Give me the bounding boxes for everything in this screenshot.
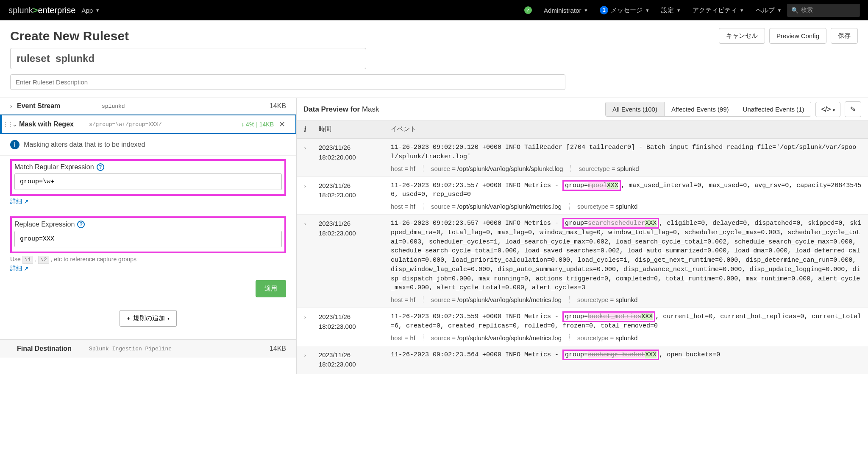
event-table-body: ›2023/11/2618:02:20.00011-26-2023 09:02:…	[297, 139, 868, 374]
admin-menu[interactable]: Administrator▼	[538, 7, 594, 14]
event-time: 2023/11/2618:02:23.000	[314, 312, 386, 341]
expand-event-chevron[interactable]: ›	[297, 143, 314, 172]
replace-expression-input[interactable]	[14, 231, 282, 247]
status-ok-icon: ✓	[518, 6, 538, 14]
event-row: ›2023/11/2618:02:23.00011-26-2023 09:02:…	[297, 215, 868, 308]
event-meta: host = hfsource = /opt/splunk/var/log/sp…	[391, 296, 863, 303]
event-stream-row[interactable]: › Event Stream splunkd 14KB	[0, 98, 296, 115]
event-time: 2023/11/2618:02:23.000	[314, 181, 386, 210]
event-row: ›2023/11/2618:02:23.00011-26-2023 09:02:…	[297, 308, 868, 346]
event-body: 11-26-2023 09:02:20.120 +0000 INFO TailR…	[386, 143, 868, 172]
edit-button[interactable]: ✎	[845, 101, 861, 117]
pencil-icon: ✎	[850, 106, 856, 113]
event-raw: 11-26-2023 09:02:20.120 +0000 INFO TailR…	[391, 143, 863, 162]
info-column-header[interactable]: i	[297, 121, 314, 138]
tab-unaffected-events[interactable]: Unaffected Events (1)	[736, 102, 811, 116]
details-link[interactable]: 詳細 ↗	[10, 198, 29, 205]
search-icon: 🔍	[791, 7, 798, 14]
replace-expression-label: Replace Expression ?	[14, 221, 282, 228]
tab-affected-events[interactable]: Affected Events (99)	[665, 102, 736, 116]
activity-menu[interactable]: アクティビティ▼	[687, 6, 750, 14]
replace-expression-section: Replace Expression ?	[10, 216, 286, 253]
code-view-button[interactable]: </> ▾	[815, 102, 840, 117]
event-meta: host = hfsource = /opt/splunk/var/log/sp…	[391, 165, 863, 172]
ruleset-description-input[interactable]	[10, 74, 565, 90]
event-raw: 11-26-2023 09:02:23.557 +0000 INFO Metri…	[391, 219, 863, 293]
expand-event-chevron[interactable]: ›	[297, 312, 314, 341]
preview-config-button[interactable]: Preview Config	[769, 28, 826, 44]
messages-menu[interactable]: 1メッセージ▼	[594, 6, 655, 14]
details-link[interactable]: 詳細 ↗	[10, 265, 29, 272]
replace-hint: Use \1 , \2 , etc to reference capture g…	[10, 256, 286, 263]
event-meta: host = hfsource = /opt/splunk/var/log/sp…	[391, 334, 863, 341]
plus-icon: +	[127, 315, 131, 322]
ruleset-name-input[interactable]	[10, 48, 366, 69]
event-time: 2023/11/2618:02:23.000	[314, 350, 386, 369]
chevron-down-icon: ▼	[584, 8, 588, 13]
final-destination-row[interactable]: Final Destination Splunk Ingestion Pipel…	[0, 339, 296, 358]
event-time: 2023/11/2618:02:20.000	[314, 143, 386, 172]
expand-event-chevron[interactable]: ›	[297, 219, 314, 303]
event-body: 11-26-2023 09:02:23.557 +0000 INFO Metri…	[386, 181, 868, 210]
apply-button[interactable]: 適用	[256, 280, 286, 297]
time-column-header[interactable]: 時間	[314, 121, 386, 138]
messages-badge: 1	[600, 6, 608, 14]
info-icon: i	[10, 140, 19, 149]
logo: splunk>enterprise	[8, 6, 75, 15]
match-regex-input[interactable]	[14, 173, 282, 190]
chevron-down-icon: ▼	[740, 8, 744, 13]
event-raw: 11-26-2023 09:02:23.564 +0000 INFO Metri…	[391, 350, 863, 360]
event-row: ›2023/11/2618:02:23.00011-26-2023 09:02:…	[297, 177, 868, 215]
chevron-down-icon: ▾	[167, 316, 170, 321]
drag-handle-icon[interactable]: ⋮⋮	[3, 121, 13, 127]
cancel-button[interactable]: キャンセル	[719, 28, 765, 44]
app-menu[interactable]: App▼	[75, 7, 106, 14]
event-row: ›2023/11/2618:02:23.00011-26-2023 09:02:…	[297, 346, 868, 374]
event-raw: 11-26-2023 09:02:23.557 +0000 INFO Metri…	[391, 181, 863, 200]
external-link-icon: ↗	[24, 198, 29, 205]
event-time: 2023/11/2618:02:23.000	[314, 219, 386, 303]
add-rule-button[interactable]: +規則の追加▾	[120, 310, 177, 327]
event-meta: host = hfsource = /opt/splunk/var/log/sp…	[391, 203, 863, 210]
chevron-down-icon: ▼	[645, 8, 649, 13]
chevron-down-icon: ⌄	[12, 121, 19, 128]
tab-all-events[interactable]: All Events (100)	[606, 102, 665, 116]
event-body: 11-26-2023 09:02:23.557 +0000 INFO Metri…	[386, 219, 868, 303]
event-raw: 11-26-2023 09:02:23.559 +0000 INFO Metri…	[391, 312, 863, 331]
expand-event-chevron[interactable]: ›	[297, 181, 314, 210]
expand-event-chevron[interactable]: ›	[297, 350, 314, 369]
event-row: ›2023/11/2618:02:20.00011-26-2023 09:02:…	[297, 139, 868, 177]
event-filter-tabs: All Events (100) Affected Events (99) Un…	[605, 102, 811, 117]
help-menu[interactable]: ヘルプ▼	[750, 6, 787, 14]
left-panel: › Event Stream splunkd 14KB ⋮⋮ ⌄ Mask wi…	[0, 98, 297, 374]
event-table-header: i 時間 イベント	[297, 121, 868, 139]
event-column-header[interactable]: イベント	[386, 121, 868, 138]
event-body: 11-26-2023 09:02:23.564 +0000 INFO Metri…	[386, 350, 868, 369]
chevron-down-icon: ▼	[95, 8, 100, 13]
match-regex-section: Match Regular Expression ?	[10, 159, 286, 196]
help-icon[interactable]: ?	[97, 163, 104, 171]
info-banner: i Masking alters data that is to be inde…	[0, 134, 296, 156]
page-header: Create New Ruleset キャンセル Preview Config …	[0, 20, 868, 48]
page-title: Create New Ruleset	[10, 29, 129, 43]
data-preview-title: Data Preview for Mask	[303, 105, 379, 114]
delta-badge: ↓ 4% | 14KB	[241, 121, 274, 128]
external-link-icon: ↗	[24, 265, 29, 272]
chevron-down-icon: ▼	[777, 8, 782, 13]
chevron-right-icon: ›	[10, 103, 17, 109]
chevron-down-icon: ▾	[833, 108, 835, 112]
code-icon: </>	[821, 106, 831, 113]
match-regex-label: Match Regular Expression ?	[14, 163, 282, 171]
save-button[interactable]: 保存	[831, 28, 858, 44]
help-icon[interactable]: ?	[77, 221, 85, 228]
rule-mask-row[interactable]: ⋮⋮ ⌄ Mask with Regex s/group=\w+/group=X…	[0, 115, 296, 134]
close-icon[interactable]: ✕	[279, 120, 285, 129]
search-input[interactable]: 🔍検索	[787, 4, 860, 17]
event-body: 11-26-2023 09:02:23.559 +0000 INFO Metri…	[386, 312, 868, 341]
chevron-down-icon: ▼	[676, 8, 681, 13]
settings-menu[interactable]: 設定▼	[655, 6, 687, 14]
topbar: splunk>enterprise App▼ ✓ Administrator▼ …	[0, 0, 868, 20]
right-panel: Data Preview for Mask All Events (100) A…	[297, 98, 868, 374]
